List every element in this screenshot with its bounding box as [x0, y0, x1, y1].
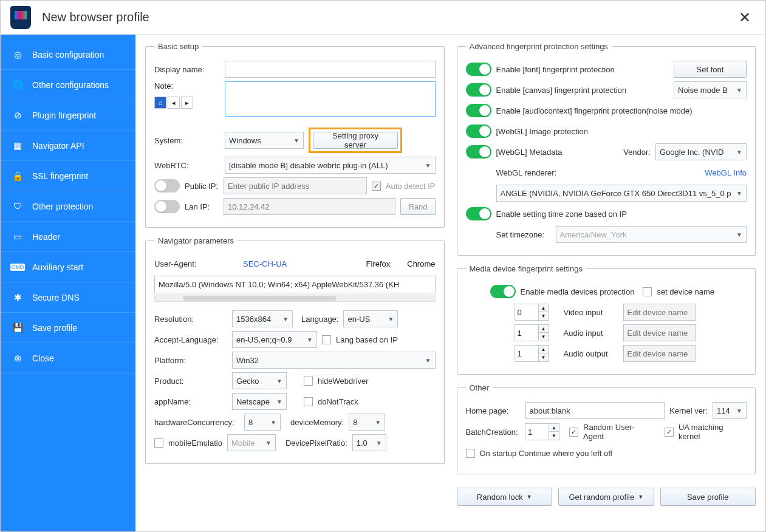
firefox-label[interactable]: Firefox [366, 259, 391, 268]
platform-value: Win32 [236, 356, 259, 365]
webrtc-select[interactable]: [disable mode B] disable webrtc plug-in … [225, 157, 436, 174]
home-icon[interactable]: ⌂ [154, 97, 166, 109]
audio-out-count-input[interactable] [515, 345, 539, 362]
sidebar-item-other-configurations[interactable]: 🌐Other configurations [1, 70, 135, 100]
globe-icon: 🌐 [10, 80, 25, 90]
canvas-toggle[interactable] [466, 83, 491, 97]
mobile-emu-checkbox[interactable] [154, 438, 163, 448]
noise-mode-select[interactable]: Noise mode B▼ [674, 81, 747, 98]
kernel-select[interactable]: 114▼ [713, 402, 747, 419]
random-ua-checkbox[interactable] [569, 428, 578, 437]
audio-in-count-spinner[interactable]: ▲▼ [515, 324, 549, 341]
video-name-input[interactable] [623, 304, 696, 321]
shield-icon: 🛡 [10, 201, 25, 211]
setting-proxy-button[interactable]: Setting proxy server [313, 132, 398, 149]
up-icon[interactable]: ▲ [539, 325, 549, 333]
random-lock-button[interactable]: Random lock▼ [457, 488, 553, 506]
product-select[interactable]: Gecko▼ [232, 372, 287, 389]
ua-match-checkbox[interactable] [665, 428, 674, 437]
system-select[interactable]: Windows▼ [225, 132, 304, 149]
accept-lang-select[interactable]: en-US,en;q=0.9▼ [232, 331, 317, 348]
sidebar-item-close[interactable]: ⊗Close [1, 343, 135, 373]
get-random-label: Get random profile [569, 493, 634, 502]
timezone-toggle[interactable] [466, 207, 491, 220]
audio-in-count-input[interactable] [515, 324, 539, 341]
prev-icon[interactable]: ◂ [168, 97, 180, 109]
batch-input[interactable] [525, 423, 549, 440]
sidebar-item-basic-configuration[interactable]: ◎Basic configuration [1, 39, 135, 70]
resolution-select[interactable]: 1536x864▼ [232, 310, 293, 327]
sidebar-item-ssl-fingerprint[interactable]: 🔒SSL fingerprint [1, 161, 135, 191]
home-input[interactable] [525, 402, 665, 419]
up-icon[interactable]: ▲ [539, 346, 549, 353]
platform-select[interactable]: Win32▼ [232, 352, 436, 369]
lan-ip-toggle[interactable] [154, 200, 180, 213]
mobile-select[interactable]: Mobile▼ [227, 434, 276, 451]
video-count-spinner[interactable]: ▲▼ [515, 304, 549, 321]
font-label: Enable [font] fingerprint protection [496, 65, 669, 74]
save-profile-button[interactable]: Save profile [660, 488, 756, 506]
sec-ch-ua-link[interactable]: SEC-CH-UA [243, 259, 287, 268]
down-icon[interactable]: ▼ [539, 312, 549, 320]
chrome-label[interactable]: Chrome [407, 259, 435, 268]
hide-webdriver-checkbox[interactable] [304, 377, 313, 386]
media-toggle[interactable] [490, 285, 516, 298]
audio-in-name-input[interactable] [623, 324, 696, 341]
timezone-select[interactable]: America/New_York▼ [556, 226, 747, 243]
sidebar-item-plugin-fingerprint[interactable]: ⊘Plugin fingerprint [1, 100, 135, 131]
sidebar-item-header[interactable]: ▭Header [1, 222, 135, 252]
renderer-select[interactable]: ANGLE (NVIDIA, NVIDIA GeForce GTX 650 Di… [496, 185, 747, 202]
down-icon[interactable]: ▼ [549, 432, 559, 440]
sidebar-label: Basic configuration [32, 50, 104, 60]
batch-spinner[interactable]: ▲▼ [525, 423, 559, 440]
sidebar-item-other-protection[interactable]: 🛡Other protection [1, 191, 135, 222]
ua-scrollbar[interactable] [154, 295, 436, 302]
appname-select[interactable]: Netscape▼ [232, 393, 287, 410]
close-icon[interactable]: ✕ [734, 7, 756, 29]
display-name-label: Display name: [154, 65, 220, 74]
dpr-select[interactable]: 1.0▼ [352, 434, 386, 451]
display-name-input[interactable] [225, 61, 436, 78]
auto-detect-checkbox[interactable] [372, 182, 381, 191]
note-textarea[interactable] [225, 81, 436, 117]
startup-checkbox[interactable] [466, 449, 475, 458]
sidebar-item-save-profile[interactable]: 💾Save profile [1, 313, 135, 343]
caret-down-icon: ▼ [293, 137, 299, 144]
vendor-select[interactable]: Google Inc. (NVID▼ [655, 143, 747, 160]
language-select[interactable]: en-US▼ [343, 310, 398, 327]
next-icon[interactable]: ▸ [181, 97, 193, 109]
ua-value-box[interactable]: Mozilla/5.0 (Windows NT 10.0; Win64; x64… [154, 276, 436, 293]
rand-button[interactable]: Rand [400, 198, 435, 215]
public-ip-input[interactable] [224, 177, 367, 194]
audio-out-count-spinner[interactable]: ▲▼ [515, 345, 549, 362]
webgl-meta-label: [WebGL] Metadata [496, 148, 563, 157]
font-toggle[interactable] [466, 63, 491, 76]
lan-ip-input[interactable] [224, 198, 395, 215]
sidebar-item-secure-dns[interactable]: ✱Secure DNS [1, 282, 135, 313]
devmem-select[interactable]: 8▼ [349, 414, 385, 431]
webgl-img-toggle[interactable] [466, 124, 491, 138]
video-count-input[interactable] [515, 304, 539, 321]
sidebar-item-auxiliary-start[interactable]: CMDAuxiliary start [1, 252, 135, 282]
up-icon[interactable]: ▲ [549, 424, 559, 432]
donottrack-label: doNotTrack [318, 397, 358, 406]
renderer-value: ANGLE (NVIDIA, NVIDIA GeForce GTX 650 Di… [501, 189, 731, 198]
down-icon[interactable]: ▼ [539, 333, 549, 341]
webgl-info-link[interactable]: WebGL Info [705, 168, 747, 177]
down-icon[interactable]: ▼ [539, 353, 549, 361]
hw-select[interactable]: 8▼ [244, 414, 281, 431]
webgl-meta-toggle[interactable] [466, 145, 491, 159]
webrtc-value: [disable mode B] disable webrtc plug-in … [229, 161, 388, 170]
sidebar-item-navigator-api[interactable]: ▦Navigator API [1, 131, 135, 161]
audio-out-name-input[interactable] [623, 345, 696, 362]
lang-ip-checkbox[interactable] [322, 335, 331, 344]
set-font-button[interactable]: Set font [674, 61, 747, 78]
up-icon[interactable]: ▲ [539, 304, 549, 312]
donottrack-checkbox[interactable] [304, 397, 313, 406]
startup-label: On startup Continue where you left off [480, 449, 613, 458]
get-random-profile-button[interactable]: Get random profile▼ [558, 488, 654, 506]
audio-toggle[interactable] [466, 104, 491, 117]
set-device-name-checkbox[interactable] [643, 287, 652, 296]
public-ip-toggle[interactable] [154, 179, 180, 193]
ua-label: User-Agent: [154, 259, 220, 268]
